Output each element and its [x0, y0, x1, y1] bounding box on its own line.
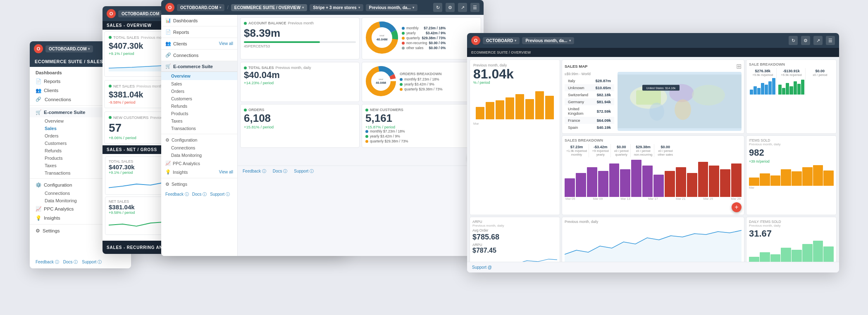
w3-ins-viewall[interactable]: View all	[219, 170, 233, 174]
is-label: ITEMS SOLD	[749, 138, 834, 142]
sm-title: SALES MAP	[565, 64, 587, 69]
period-seg-win4[interactable]: Previous month, da... ▾	[522, 37, 574, 44]
svg-text:total: total	[379, 34, 384, 37]
share-icon-w4[interactable]: ↗	[813, 36, 823, 45]
suite-seg-win3[interactable]: ECOMMERCE SUITE / OVERVIEW ▾	[231, 4, 307, 11]
w3-ins-icon: 💡	[165, 169, 171, 175]
store-seg-win3[interactable]: Stripe + 3 more stores ▾	[310, 4, 363, 11]
app-logo-win2: O	[107, 9, 116, 18]
w3-support-link[interactable]: Support ⓘ	[210, 192, 230, 197]
svg-text:United States: $14.16k: United States: $14.16k	[646, 87, 676, 90]
sbc-add-area: +	[565, 202, 742, 212]
w3-footer-bar: Feedback ⓘ Docs ⓘ Support ⓘ	[238, 166, 484, 176]
w3-refunds-sub[interactable]: Refunds	[161, 102, 237, 110]
w3-ppc[interactable]: 📈PPC Analytics	[161, 159, 237, 168]
svg-rect-14	[636, 90, 661, 105]
ppc-icon: 📈	[36, 206, 41, 212]
table-row: Italy$28.87m	[565, 77, 614, 84]
win4-subtitle-bar: ECOMMERCE SUITE / OVERVIEW	[467, 48, 839, 57]
w3-dashboards[interactable]: 📊 Dashboards	[161, 15, 237, 26]
w3-sales-sub[interactable]: Sales	[161, 80, 237, 88]
table-row: Germany$81.94k	[565, 98, 614, 105]
w3-docs-link[interactable]: Docs ⓘ	[192, 192, 207, 197]
is-value: 982	[749, 147, 834, 158]
w3-cli-viewall[interactable]: View all	[219, 41, 233, 46]
w4-support-link[interactable]: Support @	[472, 265, 492, 270]
w3-transactions-sub[interactable]: Transactions	[161, 125, 237, 132]
w3-reports[interactable]: 📄 Reports	[161, 26, 237, 38]
ab-bar-fill	[244, 41, 320, 43]
w3-settings[interactable]: ⚙Settings	[161, 180, 237, 188]
total-sales-donut-card: total 40.04M monthly $7.23m / 18% yearly	[362, 17, 481, 59]
sbc-dates: Mar 05 Mar 09 Mar 13 Mar 17 Mar 21 Mar 2…	[565, 197, 742, 201]
legend-dot-yearly	[402, 32, 405, 35]
net-sales-dot	[109, 85, 112, 88]
w3-feedback-link[interactable]: Feedback ⓘ	[165, 192, 189, 197]
insights-item[interactable]: 💡 Insights	[36, 215, 60, 221]
di-sublabel: Previous month, daily	[749, 224, 834, 227]
arpu-avgorder: Avg Order	[472, 228, 557, 232]
app-logo: O	[34, 44, 43, 53]
win3-body: 📊 Dashboards 📄 Reports 👥 Clients View al…	[161, 15, 484, 256]
period-seg-win3[interactable]: Previous month, da... ▾	[366, 4, 417, 11]
settings-icon-tb[interactable]: ⚙	[446, 3, 455, 12]
w3-fb-support[interactable]: Support ⓘ	[294, 168, 314, 174]
w3-overview-active[interactable]: Overview	[161, 72, 237, 80]
w3-footer-area: +	[238, 150, 484, 166]
ts-change: +14.23% / period	[244, 81, 356, 85]
menu-icon-w4[interactable]: ☰	[826, 36, 835, 45]
connections-icon: 🔗	[36, 97, 41, 102]
domain-seg-win4[interactable]: OCTOBOARD ▾	[483, 37, 520, 44]
w3-taxes-sub[interactable]: Taxes	[161, 117, 237, 125]
w3-products-sub[interactable]: Products	[161, 110, 237, 117]
w3-orders-sub[interactable]: Orders	[161, 88, 237, 95]
w3-fb-docs[interactable]: Docs ⓘ	[273, 168, 288, 174]
support-link[interactable]: Support ⓘ	[82, 259, 102, 265]
w3-insights[interactable]: 💡 Insights View all	[161, 168, 237, 176]
w3-data-monitoring[interactable]: Data Monitoring	[161, 152, 237, 159]
domain-seg[interactable]: OCTOBOARD.COM ▾	[45, 45, 93, 52]
reports-item[interactable]: 📄 Reports	[36, 78, 60, 84]
w3-conn-icon: 🔗	[165, 52, 171, 58]
clients-item[interactable]: 👥 Clients	[36, 88, 58, 93]
sm-expand-icon[interactable]: ⊞	[736, 62, 742, 70]
svg-point-20	[649, 103, 664, 121]
ab-value: $8.39m	[244, 27, 356, 40]
w3-clients[interactable]: 👥 Clients View all	[161, 38, 237, 50]
refresh-icon[interactable]: ↻	[433, 3, 442, 12]
w3-fb-feedback[interactable]: Feedback ⓘ	[243, 168, 266, 174]
w3-ecommerce[interactable]: 🛒 E-commerce Suite	[161, 61, 237, 72]
di-label: DAILY ITEMS SOLD	[749, 220, 834, 224]
dashboards-label[interactable]: Dashboards	[36, 70, 62, 75]
account-balance-card: ACCOUNT BALANCE Previous month $8.39m 45…	[240, 17, 360, 59]
feedback-link[interactable]: Feedback ⓘ	[36, 259, 59, 265]
row2-grid: TOTAL SALES Previous month, daily $40.04…	[238, 62, 484, 104]
orders-legend: ORDERS BREAKDOWN monthly $7.23m / 18% ye…	[400, 72, 443, 92]
sb-title: SALE BREAKDOWN	[749, 62, 834, 66]
orders-breakdown-card: total 40.04M ORDERS BREAKDOWN monthly $7…	[362, 62, 481, 102]
docs-link[interactable]: Docs ⓘ	[63, 259, 78, 265]
chevron-win3: ▾	[219, 6, 221, 9]
app-logo-win4: O	[471, 36, 480, 45]
sbc-add-btn[interactable]: +	[732, 202, 742, 212]
main-big-metric: Previous month, daily 81.04k % / period …	[470, 59, 560, 215]
w3-connections[interactable]: 🔗 Connections	[161, 50, 237, 61]
win4-footer-bar: Support @	[467, 262, 839, 272]
domain-seg-win3[interactable]: OCTOBOARD.COM ▾	[177, 4, 224, 11]
w3-config-connections[interactable]: Connections	[161, 144, 237, 152]
w3-config[interactable]: ⚙Configuration	[161, 136, 237, 144]
domain-seg-win2[interactable]: OCTOBOARD.COM ▾	[118, 10, 166, 17]
sbc-cols: $7.23m +1.9k m/period monthly -$3.42m +9…	[565, 144, 742, 157]
w3-customers-sub[interactable]: Customers	[161, 95, 237, 102]
ab-subtext: 45PERCENT53	[244, 44, 356, 48]
settings-icon-w4[interactable]: ⚙	[801, 36, 810, 45]
store-win3: Stripe + 3 more stores	[313, 5, 356, 10]
win3-sidebar: 📊 Dashboards 📄 Reports 👥 Clients View al…	[161, 15, 238, 256]
svg-point-18	[692, 85, 725, 106]
sb-cols: $276.38k +9.6k m/period -$130.91k	[749, 68, 834, 95]
config-icon: ⚙️	[36, 182, 41, 188]
share-icon[interactable]: ↗	[458, 3, 467, 12]
refresh-icon-w4[interactable]: ↻	[789, 36, 798, 45]
menu-icon[interactable]: ☰	[470, 3, 479, 12]
w3-conn-label: Connections	[173, 53, 198, 58]
